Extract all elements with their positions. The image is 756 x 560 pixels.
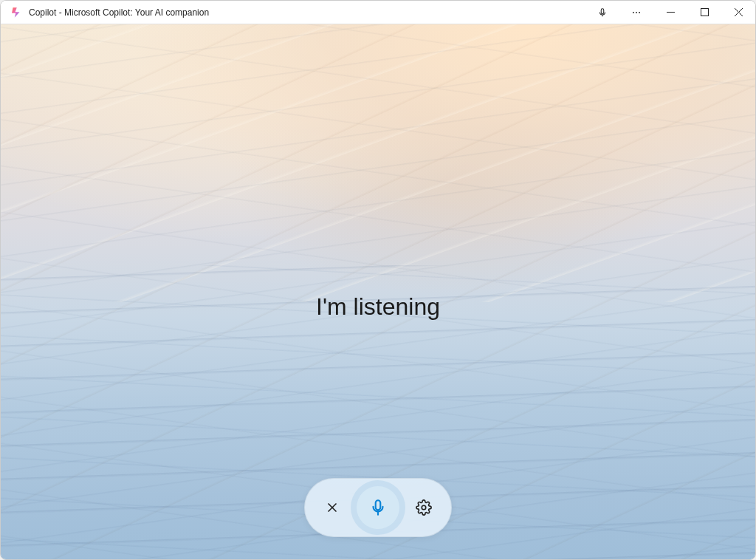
svg-point-3 <box>636 12 637 13</box>
minimize-button[interactable] <box>653 1 687 24</box>
microphone-button[interactable] <box>357 486 399 529</box>
titlebar-controls <box>585 1 755 24</box>
titlebar: Copilot - Microsoft Copilot: Your AI com… <box>1 1 755 24</box>
cancel-voice-button[interactable] <box>321 496 343 519</box>
svg-rect-0 <box>601 8 604 13</box>
maximize-button[interactable] <box>687 1 721 24</box>
more-button[interactable] <box>619 1 653 24</box>
titlebar-mic-button[interactable] <box>585 1 619 24</box>
content-area: I'm listening <box>1 24 755 559</box>
svg-point-13 <box>422 505 426 510</box>
svg-point-4 <box>639 12 640 13</box>
svg-rect-6 <box>701 9 708 16</box>
copilot-icon <box>10 6 23 19</box>
window-title: Copilot - Microsoft Copilot: Your AI com… <box>29 7 585 18</box>
listening-status-text: I'm listening <box>316 293 440 321</box>
svg-rect-11 <box>376 500 381 510</box>
app-window: Copilot - Microsoft Copilot: Your AI com… <box>0 0 756 560</box>
svg-point-2 <box>633 12 634 13</box>
voice-settings-button[interactable] <box>413 496 435 519</box>
voice-control-bar <box>304 478 452 537</box>
close-window-button[interactable] <box>721 1 755 24</box>
